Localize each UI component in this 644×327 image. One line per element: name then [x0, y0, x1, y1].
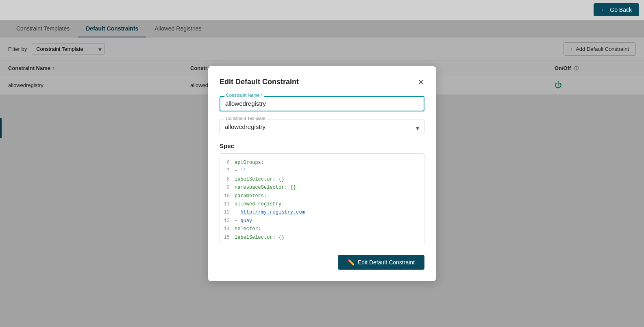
main-content: Constraint Templates Default Constraints… [0, 20, 644, 327]
spec-section: Spec YAML 6 apiGroups: 7 [220, 142, 424, 245]
constraint-name-input-wrap: Constraint Name allowedregistry [220, 96, 424, 111]
yaml-line-14: 14 selector: [220, 225, 424, 233]
constraint-template-field: Constraint Template allowedregistry ▾ [220, 120, 424, 134]
constraint-template-select[interactable]: allowedregistry [225, 122, 419, 130]
modal-header: Edit Default Constraint ✕ [220, 78, 424, 86]
constraint-name-input[interactable]: allowedregistry [225, 98, 419, 107]
constraint-name-field: Constraint Name allowedregistry [220, 96, 424, 111]
constraint-name-label: Constraint Name [224, 93, 264, 98]
yaml-line-9: 9 namespaceSelector: {} [220, 183, 424, 192]
yaml-line-15: 15 labelSelector: {} [220, 233, 424, 242]
modal-overlay: Edit Default Constraint ✕ Constraint Nam… [0, 20, 644, 327]
yaml-editor: YAML 6 apiGroups: 7 - '' [220, 153, 424, 245]
constraint-template-select-wrap: Constraint Template allowedregistry ▾ [220, 120, 424, 134]
yaml-code-block: 6 apiGroups: 7 - '' [220, 154, 424, 245]
yaml-line-12: 12 - http://my.registry.com [220, 208, 424, 216]
edit-default-constraint-modal: Edit Default Constraint ✕ Constraint Nam… [208, 66, 436, 281]
spec-title: Spec [220, 142, 424, 149]
modal-title: Edit Default Constraint [220, 78, 299, 86]
top-bar: ← Go Back [0, 0, 644, 20]
modal-close-button[interactable]: ✕ [418, 78, 424, 86]
yaml-line-8: 8 labelSelector: {} [220, 175, 424, 183]
arrow-left-icon: ← [601, 7, 607, 13]
go-back-label: Go Back [610, 7, 632, 13]
yaml-line-6: 6 apiGroups: [220, 159, 424, 167]
edit-default-constraint-button[interactable]: ✏️ Edit Default Constraint [338, 255, 424, 270]
go-back-button[interactable]: ← Go Back [594, 3, 639, 16]
edit-constraint-label: Edit Default Constraint [358, 259, 415, 266]
yaml-label: YAML [224, 153, 239, 155]
pencil-icon: ✏️ [348, 259, 355, 266]
modal-actions: ✏️ Edit Default Constraint [220, 255, 424, 270]
constraint-template-label: Constraint Template [224, 116, 267, 121]
yaml-line-10: 10 parameters: [220, 192, 424, 200]
yaml-line-7: 7 - '' [220, 167, 424, 175]
yaml-line-13: 13 - quay [220, 217, 424, 225]
yaml-line-11: 11 allowed_registry: [220, 200, 424, 208]
